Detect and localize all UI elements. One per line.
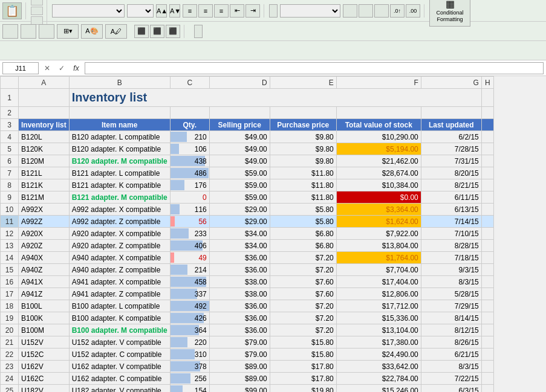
- cell-last-updated[interactable]: 7/22/15: [421, 373, 481, 385]
- cell-total-value[interactable]: $22,784.00: [336, 373, 421, 385]
- row-header-5[interactable]: 5: [1, 143, 19, 155]
- cell-last-updated[interactable]: 5/28/15: [421, 288, 481, 300]
- cell-selling-price[interactable]: $79.00: [209, 336, 270, 349]
- cell-total-value[interactable]: $17,712.00: [336, 300, 421, 312]
- cell-last-updated[interactable]: 8/3/15: [421, 276, 481, 288]
- align-left-button[interactable]: ≡: [183, 4, 197, 18]
- cell-col-b[interactable]: U162 adapter. V compatible: [69, 361, 170, 373]
- cell-qty[interactable]: 486: [170, 167, 209, 179]
- paste-button[interactable]: 📋: [2, 2, 22, 19]
- cell-col-a[interactable]: A920X: [19, 228, 70, 240]
- cell-qty[interactable]: 438: [170, 155, 209, 167]
- cell-purchase-price[interactable]: $11.80: [270, 179, 336, 191]
- cell-col-a[interactable]: A920Z: [19, 240, 70, 252]
- cell-total-value[interactable]: $5,194.00: [336, 143, 421, 155]
- row-header-19[interactable]: 19: [1, 312, 19, 324]
- row-header-14[interactable]: 14: [1, 252, 19, 264]
- cell-total-value[interactable]: $12,806.00: [336, 288, 421, 300]
- row-header-24[interactable]: 24: [1, 373, 19, 385]
- cell-qty[interactable]: 378: [170, 361, 209, 373]
- cell-col-h[interactable]: [481, 276, 493, 288]
- cell-purchase-price[interactable]: $11.80: [270, 167, 336, 179]
- col-header-e[interactable]: E: [270, 77, 336, 89]
- cell-col-b[interactable]: B120 adapter. L compatible: [69, 131, 170, 143]
- row-header-20[interactable]: 20: [1, 324, 19, 336]
- cell-col-h[interactable]: [481, 131, 493, 143]
- cell-qty[interactable]: 49: [170, 252, 209, 264]
- cell-col-a[interactable]: U162V: [19, 361, 70, 373]
- cell-selling-price[interactable]: $29.00: [209, 204, 270, 216]
- cell-last-updated[interactable]: 6/13/15: [421, 204, 481, 216]
- cell-reference-input[interactable]: [2, 62, 39, 74]
- cell-purchase-price[interactable]: $11.80: [270, 191, 336, 204]
- cell-purchase-price[interactable]: $7.60: [270, 288, 336, 300]
- cell-last-updated[interactable]: 6/11/15: [421, 191, 481, 204]
- bold-button[interactable]: [2, 24, 18, 39]
- cell-purchase-price[interactable]: $6.80: [270, 228, 336, 240]
- cancel-icon[interactable]: ✕: [41, 62, 53, 74]
- cell-total-value[interactable]: $15,336.00: [336, 312, 421, 324]
- cell-col-h[interactable]: [481, 204, 493, 216]
- cell-selling-price[interactable]: $34.00: [209, 228, 270, 240]
- cell-col-a[interactable]: B121L: [19, 167, 70, 179]
- cell-total-value[interactable]: $28,674.00: [336, 167, 421, 179]
- cell-col-h[interactable]: [481, 336, 493, 349]
- cell-last-updated[interactable]: 8/26/15: [421, 336, 481, 349]
- row-header-23[interactable]: 23: [1, 361, 19, 373]
- indent-decrease-button[interactable]: ⇤: [230, 4, 244, 18]
- cell-col-a[interactable]: A941X: [19, 276, 70, 288]
- cell-purchase-price[interactable]: $9.80: [270, 131, 336, 143]
- cell-selling-price[interactable]: $36.00: [209, 264, 270, 276]
- cell-total-value[interactable]: $13,104.00: [336, 324, 421, 336]
- cell-qty[interactable]: 337: [170, 288, 209, 300]
- cell-last-updated[interactable]: 9/3/15: [421, 264, 481, 276]
- row-header-11[interactable]: 11: [1, 216, 19, 228]
- font-size-decrease-button[interactable]: A▼: [169, 4, 180, 18]
- cell-selling-price[interactable]: $89.00: [209, 361, 270, 373]
- cell-f2[interactable]: [336, 107, 421, 119]
- cell-col-h[interactable]: [481, 155, 493, 167]
- cell-selling-price[interactable]: $49.00: [209, 143, 270, 155]
- cell-e2[interactable]: [270, 107, 336, 119]
- cell-purchase-price[interactable]: $7.20: [270, 324, 336, 336]
- cell-qty[interactable]: 233: [170, 228, 209, 240]
- cell-last-updated[interactable]: 8/20/15: [421, 167, 481, 179]
- cell-col-h[interactable]: [481, 216, 493, 228]
- cell-last-updated[interactable]: 8/12/15: [421, 324, 481, 336]
- cell-col-b[interactable]: B100 adapter. M compatible: [69, 324, 170, 336]
- cell-col-h[interactable]: [481, 288, 493, 300]
- formula-input[interactable]: [85, 62, 544, 74]
- cell-b2[interactable]: [69, 107, 170, 119]
- cell-col-a[interactable]: A941Z: [19, 288, 70, 300]
- cell-col-a[interactable]: U152V: [19, 336, 70, 349]
- cell-qty[interactable]: 0: [170, 191, 209, 204]
- cell-total-value[interactable]: $1,764.00: [336, 252, 421, 264]
- cell-col-h[interactable]: [481, 264, 493, 276]
- cell-col-b[interactable]: A940 adapter. X compatible: [69, 252, 170, 264]
- cell-qty[interactable]: 106: [170, 143, 209, 155]
- cell-last-updated[interactable]: 7/29/15: [421, 300, 481, 312]
- text-left-button[interactable]: ⬛: [134, 25, 149, 38]
- cell-selling-price[interactable]: $59.00: [209, 191, 270, 204]
- cell-purchase-price[interactable]: $7.20: [270, 300, 336, 312]
- cell-last-updated[interactable]: 7/31/15: [421, 155, 481, 167]
- row-header-13[interactable]: 13: [1, 240, 19, 252]
- cell-total-value[interactable]: $24,490.00: [336, 349, 421, 361]
- align-right-button[interactable]: ≡: [214, 4, 229, 18]
- decimal-increase-button[interactable]: .0↑: [390, 4, 405, 18]
- decimal-decrease-button[interactable]: .00: [406, 4, 420, 18]
- cell-qty[interactable]: 220: [170, 336, 209, 349]
- col-header-d[interactable]: D: [209, 77, 270, 89]
- cell-col-b[interactable]: A992 adapter. Z compatible: [69, 216, 170, 228]
- cell-col-a[interactable]: B120K: [19, 143, 70, 155]
- cell-selling-price[interactable]: $36.00: [209, 312, 270, 324]
- cell-purchase-price[interactable]: $15.80: [270, 349, 336, 361]
- font-family-select[interactable]: [52, 4, 125, 18]
- underline-button[interactable]: [39, 24, 54, 39]
- text-center-button[interactable]: ⬛: [150, 25, 164, 38]
- wrap-text-button[interactable]: [269, 4, 278, 18]
- cell-qty[interactable]: 492: [170, 300, 209, 312]
- cell-col-h[interactable]: [481, 312, 493, 324]
- cell-purchase-price[interactable]: $17.80: [270, 361, 336, 373]
- font-size-select[interactable]: [127, 4, 154, 18]
